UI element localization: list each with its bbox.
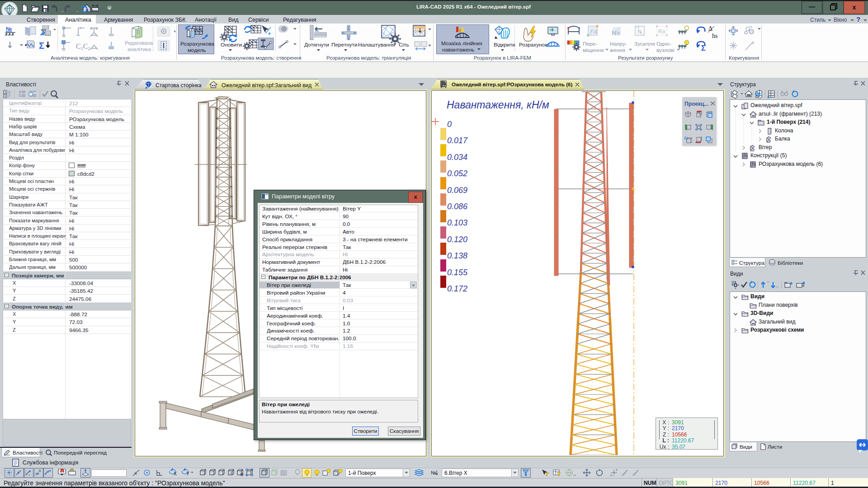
svg-text:Nx: Nx xyxy=(612,29,621,37)
svg-text:Y: Y xyxy=(186,471,189,476)
svg-text:X: X xyxy=(174,471,177,476)
svg-text:N: N xyxy=(637,28,642,35)
svg-text:№: № xyxy=(431,470,436,475)
svg-text:Σ: Σ xyxy=(701,44,706,52)
svg-text:Rx: Rx xyxy=(658,28,665,35)
svg-text:hs: hs xyxy=(712,33,717,39)
svg-text:FX: FX xyxy=(590,28,598,35)
